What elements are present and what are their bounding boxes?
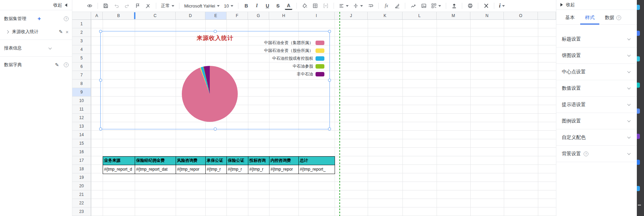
dock-icon[interactable] xyxy=(637,109,640,114)
table-header-cell[interactable]: 承保公证 xyxy=(205,156,227,165)
row-header-4[interactable]: 4 xyxy=(72,45,91,54)
table-header-cell[interactable]: 内控咨询费 xyxy=(269,156,299,165)
section-1[interactable]: 标题设置 xyxy=(556,31,637,47)
preview-eye-icon[interactable] xyxy=(86,2,93,10)
column-header-G[interactable]: G xyxy=(248,12,269,19)
align-vertical-dropdown[interactable] xyxy=(352,3,364,9)
row-header-23[interactable]: 23 xyxy=(72,207,91,216)
add-dataset-icon[interactable]: + xyxy=(38,15,41,22)
align-horizontal-dropdown[interactable] xyxy=(338,3,349,9)
row-header-19[interactable]: 19 xyxy=(72,173,91,182)
table-value-cell[interactable]: #{tmp_repor xyxy=(176,165,206,174)
dock-icon[interactable] xyxy=(637,83,640,88)
insert-chart-icon[interactable] xyxy=(409,2,417,10)
selection-handle[interactable] xyxy=(214,128,217,131)
table-header-cell[interactable]: 保险经纪佣金费 xyxy=(135,156,176,165)
table-header-cell[interactable]: 保险公证 xyxy=(226,156,248,165)
print-icon[interactable] xyxy=(466,2,474,10)
table-header-cell[interactable]: 业务来源 xyxy=(103,156,135,165)
section-7[interactable]: 自定义配色 xyxy=(556,129,637,146)
tab-data-help-icon[interactable]: ? xyxy=(616,15,621,20)
row-header-21[interactable]: 21 xyxy=(72,190,91,199)
table-header-cell[interactable]: 总计 xyxy=(298,156,335,165)
dataset-item-row[interactable]: 来源收入统计 ✎ × xyxy=(0,25,72,38)
table-value-cell[interactable]: #{tmp_report_ xyxy=(298,165,335,174)
row-header-10[interactable]: 10 xyxy=(72,97,91,105)
column-header-K[interactable]: K xyxy=(368,12,402,19)
section-6[interactable]: 图例设置 xyxy=(556,113,637,129)
dock-icon[interactable] xyxy=(637,160,640,165)
selection-handle[interactable] xyxy=(328,79,331,82)
save-icon[interactable] xyxy=(102,2,109,10)
edit-dict-icon[interactable]: ✎ xyxy=(55,62,59,68)
edit-dataset-icon[interactable]: ✎ xyxy=(59,29,63,34)
row-header-16[interactable]: 16 xyxy=(72,148,91,156)
table-value-cell[interactable]: #{tmp_report_dat xyxy=(135,165,176,174)
font-size-dropdown[interactable]: 10 xyxy=(223,3,234,9)
row-header-20[interactable]: 20 xyxy=(72,182,91,190)
table-header-cell[interactable]: 风险咨询费 xyxy=(176,156,206,165)
section-3[interactable]: 中心点设置 xyxy=(556,64,637,80)
selection-handle[interactable] xyxy=(99,30,102,33)
underline-icon[interactable]: U xyxy=(264,2,271,10)
selection-handle[interactable] xyxy=(328,30,331,33)
row-header-3[interactable]: 3 xyxy=(72,37,91,45)
panel-collapse-label[interactable]: 收起 xyxy=(566,2,575,8)
strikethrough-icon[interactable]: S xyxy=(274,2,282,10)
row-header-5[interactable]: 5 xyxy=(72,54,91,62)
text-wrap-icon[interactable] xyxy=(367,2,374,10)
column-header-O[interactable]: O xyxy=(504,12,538,19)
column-header-L[interactable]: L xyxy=(402,12,437,19)
row-header-17[interactable]: 17 xyxy=(72,156,91,165)
row-header-13[interactable]: 13 xyxy=(72,122,91,131)
info-dropdown[interactable]: i xyxy=(498,3,506,9)
toolkit-icon[interactable] xyxy=(482,2,490,10)
table-value-cell[interactable]: #{tmp_r xyxy=(226,165,248,174)
row-header-14[interactable]: 14 xyxy=(72,131,91,139)
column-header-C[interactable]: C xyxy=(135,12,176,19)
dock-icon[interactable] xyxy=(637,56,640,61)
table-value-cell[interactable]: #{tmp_r xyxy=(248,165,269,174)
row-header-18[interactable]: 18 xyxy=(72,165,91,173)
select-all-corner[interactable] xyxy=(72,12,91,20)
row-header-9[interactable]: 9 xyxy=(72,88,91,97)
row-header-15[interactable]: 15 xyxy=(72,139,91,148)
conditional-format-icon[interactable] xyxy=(393,2,401,10)
insert-qrcode-dropdown[interactable] xyxy=(430,3,442,9)
dock-icon[interactable] xyxy=(637,186,640,191)
dock-icon[interactable] xyxy=(637,5,640,10)
column-header-D[interactable]: D xyxy=(176,12,205,19)
selection-handle[interactable] xyxy=(328,128,331,131)
font-family-dropdown[interactable]: Microsoft YaHei xyxy=(184,3,220,9)
table-header-cell[interactable]: 投标咨询 xyxy=(248,156,269,165)
cell-style-dropdown[interactable]: 正常 xyxy=(160,3,175,9)
tab-style[interactable]: 样式 xyxy=(585,15,595,21)
fill-color-icon[interactable] xyxy=(301,2,308,10)
insert-image-icon[interactable] xyxy=(420,2,427,10)
formula-fx-icon[interactable]: fx xyxy=(383,2,390,10)
bold-icon[interactable]: B xyxy=(243,2,250,10)
selection-handle[interactable] xyxy=(214,30,217,33)
row-header-11[interactable]: 11 xyxy=(72,105,91,114)
column-header-M[interactable]: M xyxy=(437,12,470,19)
row-header-2[interactable]: 2 xyxy=(72,28,91,37)
column-header-B[interactable]: B xyxy=(103,12,135,19)
column-header-extra[interactable] xyxy=(538,12,556,19)
italic-icon[interactable]: I xyxy=(253,2,261,10)
selection-handle[interactable] xyxy=(99,79,102,82)
redo-icon[interactable] xyxy=(123,2,131,10)
table-value-cell[interactable]: #{tmp_r xyxy=(205,165,227,174)
section-2[interactable]: 饼图设置 xyxy=(556,47,637,64)
dock-icon[interactable] xyxy=(637,134,640,139)
table-value-cell[interactable]: #{tmp_report_d xyxy=(103,165,135,174)
table-value-cell[interactable]: #{tmp_repor xyxy=(269,165,299,174)
section-4[interactable]: 数值设置 xyxy=(556,80,637,97)
section-5[interactable]: 提示语设置 xyxy=(556,97,637,113)
row-header-8[interactable]: 8 xyxy=(72,80,91,88)
column-header-E[interactable]: E xyxy=(205,12,226,19)
tab-data[interactable]: 数据 ? xyxy=(605,15,621,21)
section-8[interactable]: 背景设置? xyxy=(556,146,637,162)
sidebar-collapse-button[interactable]: 收起 xyxy=(53,2,67,8)
merge-cells-icon[interactable] xyxy=(322,2,330,10)
row-header-12[interactable]: 12 xyxy=(72,114,91,122)
